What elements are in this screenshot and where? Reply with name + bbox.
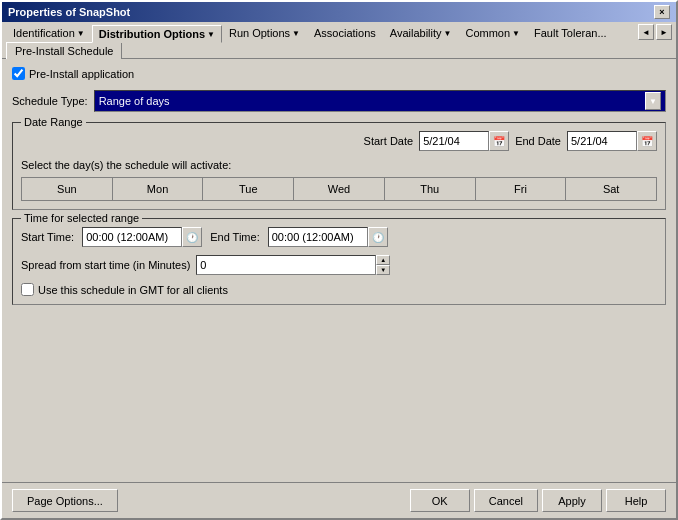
nav-left-button[interactable]: ◄ bbox=[638, 24, 654, 40]
pre-install-checkbox[interactable] bbox=[12, 67, 25, 80]
menu-common[interactable]: Common ▼ bbox=[458, 24, 527, 42]
main-window: Properties of SnapShot × Identification … bbox=[0, 0, 678, 520]
spread-spin-up[interactable]: ▲ bbox=[376, 255, 390, 265]
start-time-input[interactable] bbox=[82, 227, 182, 247]
end-date-picker-button[interactable]: 📅 bbox=[637, 131, 657, 151]
day-sun[interactable]: Sun bbox=[22, 178, 112, 200]
start-date-wrapper: 📅 bbox=[419, 131, 509, 151]
spread-spin-down[interactable]: ▼ bbox=[376, 265, 390, 275]
menu-run-options[interactable]: Run Options ▼ bbox=[222, 24, 307, 42]
nav-arrows: ◄ ► bbox=[638, 24, 672, 42]
distribution-arrow: ▼ bbox=[207, 30, 215, 39]
spread-spinners: ▲ ▼ bbox=[376, 255, 390, 275]
window-title: Properties of SnapShot bbox=[8, 6, 130, 18]
title-bar: Properties of SnapShot × bbox=[2, 2, 676, 22]
start-date-label: Start Date bbox=[364, 135, 414, 147]
ok-button[interactable]: OK bbox=[410, 489, 470, 512]
footer-bar: Page Options... OK Cancel Apply Help bbox=[2, 482, 676, 518]
sub-tab-pre-install[interactable]: Pre-Install Schedule bbox=[6, 42, 122, 59]
end-date-wrapper: 📅 bbox=[567, 131, 657, 151]
availability-arrow: ▼ bbox=[444, 29, 452, 38]
end-time-input[interactable] bbox=[268, 227, 368, 247]
spread-row: Spread from start time (in Minutes) ▲ ▼ bbox=[21, 255, 657, 275]
date-range-label: Date Range bbox=[21, 116, 86, 128]
menu-availability[interactable]: Availability ▼ bbox=[383, 24, 459, 42]
start-time-wrapper: 🕐 bbox=[82, 227, 202, 247]
schedule-type-arrow[interactable]: ▼ bbox=[645, 92, 661, 110]
apply-button[interactable]: Apply bbox=[542, 489, 602, 512]
pre-install-row: Pre-Install application bbox=[12, 67, 666, 80]
days-prompt: Select the day(s) the schedule will acti… bbox=[21, 159, 657, 171]
menu-fault-tolerant[interactable]: Fault Toleran... bbox=[527, 24, 614, 42]
start-time-label: Start Time: bbox=[21, 231, 74, 243]
day-sat[interactable]: Sat bbox=[566, 178, 656, 200]
schedule-type-label: Schedule Type: bbox=[12, 95, 88, 107]
footer-right-buttons: OK Cancel Apply Help bbox=[410, 489, 666, 512]
page-options-button[interactable]: Page Options... bbox=[12, 489, 118, 512]
schedule-type-row: Schedule Type: Range of days ▼ bbox=[12, 90, 666, 112]
menu-associations[interactable]: Associations bbox=[307, 24, 383, 42]
end-date-input[interactable] bbox=[567, 131, 637, 151]
day-wed[interactable]: Wed bbox=[294, 178, 384, 200]
cancel-button[interactable]: Cancel bbox=[474, 489, 538, 512]
start-time-picker-button[interactable]: 🕐 bbox=[182, 227, 202, 247]
gmt-label: Use this schedule in GMT for all clients bbox=[38, 284, 228, 296]
spread-label: Spread from start time (in Minutes) bbox=[21, 259, 190, 271]
time-inputs-row: Start Time: 🕐 End Time: 🕐 bbox=[21, 227, 657, 247]
day-tue[interactable]: Tue bbox=[203, 178, 293, 200]
gmt-checkbox[interactable] bbox=[21, 283, 34, 296]
day-thu[interactable]: Thu bbox=[385, 178, 475, 200]
menu-distribution-options[interactable]: Distribution Options ▼ bbox=[92, 25, 222, 43]
schedule-type-dropdown[interactable]: Range of days ▼ bbox=[94, 90, 666, 112]
start-date-picker-button[interactable]: 📅 bbox=[489, 131, 509, 151]
sub-tab-row: Pre-Install Schedule bbox=[2, 42, 676, 59]
day-mon[interactable]: Mon bbox=[113, 178, 203, 200]
time-range-label: Time for selected range bbox=[21, 212, 142, 224]
end-time-wrapper: 🕐 bbox=[268, 227, 388, 247]
nav-right-button[interactable]: ► bbox=[656, 24, 672, 40]
help-button[interactable]: Help bbox=[606, 489, 666, 512]
end-date-label: End Date bbox=[515, 135, 561, 147]
run-options-arrow: ▼ bbox=[292, 29, 300, 38]
time-range-group: Time for selected range Start Time: 🕐 En… bbox=[12, 218, 666, 305]
days-grid: Sun Mon Tue Wed Thu Fri Sat bbox=[21, 177, 657, 201]
end-time-label: End Time: bbox=[210, 231, 260, 243]
menu-bar: Identification ▼ Distribution Options ▼ … bbox=[2, 22, 676, 42]
date-range-group: Date Range Start Date 📅 End Date 📅 Selec… bbox=[12, 122, 666, 210]
spread-input[interactable] bbox=[196, 255, 376, 275]
schedule-type-value: Range of days bbox=[99, 95, 170, 107]
menu-identification[interactable]: Identification ▼ bbox=[6, 24, 92, 42]
common-arrow: ▼ bbox=[512, 29, 520, 38]
start-date-input[interactable] bbox=[419, 131, 489, 151]
spread-input-wrapper: ▲ ▼ bbox=[196, 255, 390, 275]
pre-install-label: Pre-Install application bbox=[29, 68, 134, 80]
close-button[interactable]: × bbox=[654, 5, 670, 19]
end-time-picker-button[interactable]: 🕐 bbox=[368, 227, 388, 247]
identification-arrow: ▼ bbox=[77, 29, 85, 38]
content-area: Pre-Install application Schedule Type: R… bbox=[2, 59, 676, 482]
date-inputs-row: Start Date 📅 End Date 📅 bbox=[21, 131, 657, 151]
gmt-row: Use this schedule in GMT for all clients bbox=[21, 283, 657, 296]
day-fri[interactable]: Fri bbox=[476, 178, 566, 200]
